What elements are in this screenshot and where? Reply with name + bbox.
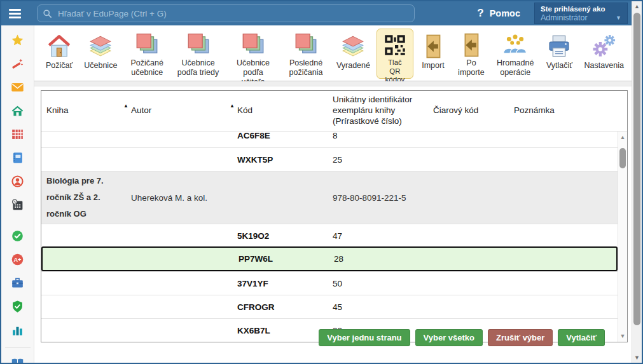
help-button[interactable]: ? Pomoc	[477, 7, 520, 20]
user-menu[interactable]: Ste prihlásený ako Administrátor ▼	[534, 3, 628, 24]
cell-c6	[509, 158, 618, 161]
hamburger-menu-icon[interactable]	[9, 6, 27, 20]
search-box[interactable]	[37, 4, 415, 22]
table-row[interactable]: PP7W6L28	[41, 246, 618, 271]
svg-text:A+: A+	[14, 257, 22, 263]
sidebar-item-timetable[interactable]	[1, 126, 34, 145]
sidebar: A+›››	[1, 25, 34, 363]
sidebar-item-notebook[interactable]	[1, 149, 34, 168]
table-scrollbar-thumb[interactable]	[619, 148, 626, 168]
vyber-jednu-stranu-button[interactable]: Vyber jednu stranu	[319, 329, 410, 346]
sidebar-item-plan-calendar[interactable]	[1, 196, 34, 215]
sort-asc-icon: ▲	[123, 103, 128, 109]
sidebar-item-messages[interactable]	[1, 79, 34, 98]
toolbar-item-label: Hromadné operácie	[496, 58, 535, 78]
cell-c1	[41, 135, 126, 137]
notebook-blue-icon	[11, 151, 24, 167]
sidebar-item-results[interactable]	[1, 321, 34, 340]
bar-chart-icon	[11, 323, 24, 339]
search-input[interactable]	[58, 9, 409, 18]
toolbar-item-pozicane-ucebnice[interactable]: Požičané učebnice	[123, 29, 170, 79]
open-book-icon	[11, 356, 24, 363]
column-header-2[interactable]: Autor▲	[126, 105, 232, 116]
cell-c3: AC6F8E	[232, 131, 328, 142]
table-row[interactable]: WXKT5P25	[41, 147, 618, 171]
toolbar-item-po-importe[interactable]: Po importe	[453, 29, 490, 79]
toolbar-item-ucebnice[interactable]: Učebnice	[79, 29, 122, 79]
sidebar-item-agenda[interactable]	[1, 274, 34, 293]
column-label: Autor	[131, 105, 151, 116]
column-header-1[interactable]: Kniha▲	[41, 105, 126, 116]
cell-c4: 25	[328, 154, 428, 166]
toolbar-item-tlac-qr-kodov[interactable]: Tlač QR kódov	[377, 29, 413, 79]
chevron-down-icon: ▼	[616, 15, 621, 21]
toolbar: PožičaťUčebnicePožičané učebniceUčebnice…	[34, 25, 632, 81]
sidebar-item-safety[interactable]	[1, 298, 34, 317]
toolbar-item-import[interactable]: Import	[415, 29, 452, 79]
column-header-5[interactable]: Čiarový kód	[428, 105, 509, 116]
page-scroll-up-icon[interactable]: ▲	[632, 3, 642, 10]
edupage-window: ? Pomoc Ste prihlásený ako Administrátor…	[0, 0, 643, 364]
table-header: Kniha▲Autor▲KódUnikátny identifikátor ex…	[41, 91, 627, 131]
table-scrollbar[interactable]: ▲ ▼	[618, 131, 627, 342]
toolbar-item-label: Tlač QR kódov	[382, 58, 408, 84]
sidebar-item-magic-wand[interactable]	[1, 55, 34, 74]
cell-c4: 45	[328, 301, 428, 313]
import-arrow-icon	[420, 32, 446, 61]
sidebar-item-library[interactable]: ›	[1, 354, 34, 363]
cell-c3: 5K19O2	[232, 230, 328, 242]
main-area: PožičaťUčebnicePožičané učebniceUčebnice…	[34, 25, 632, 363]
toolbar-item-ucebnice-podla-ucitela[interactable]: Učebnice podľa učiteľa	[226, 29, 280, 79]
toolbar-item-posledne-pozicania[interactable]: Posledné požičania	[282, 29, 330, 79]
table-row[interactable]: CFROGR45	[41, 295, 618, 318]
vytlacit-button[interactable]: Vytlačiť	[558, 329, 605, 346]
toolbar-item-pozicat[interactable]: Požičať	[41, 29, 78, 79]
cell-c6	[510, 258, 616, 260]
user-role: Administrátor	[541, 13, 588, 22]
toolbar-item-vyradene[interactable]: Vyradené	[331, 29, 375, 79]
cell-c2	[126, 135, 232, 137]
toolbar-item-label: Požičať	[46, 61, 73, 71]
table-row[interactable]: AC6F8E8	[41, 131, 618, 147]
layers-icon	[340, 32, 366, 61]
cell-c3: 37V1YF	[232, 278, 328, 290]
cell-c3: WXKT5P	[232, 154, 328, 166]
toolbar-item-nastavenia[interactable]: Nastavenia	[579, 29, 629, 79]
page-scroll-down-icon[interactable]: ▼	[632, 354, 642, 361]
briefcase-blue-icon	[11, 276, 24, 292]
table-row[interactable]: 5K19O247	[41, 224, 618, 247]
cell-c1: Biológia pre 7. ročník ZŠ a 2. ročník OG	[41, 172, 126, 224]
cell-c5	[428, 158, 509, 161]
toolbar-item-label: Učebnice	[84, 61, 117, 71]
toolbar-item-ucebnice-podla-triedy[interactable]: Učebnice podľa triedy	[172, 29, 225, 79]
squares-icon	[134, 32, 160, 58]
vyber-vsetko-button[interactable]: Vyber všetko	[415, 329, 483, 346]
wand-icon	[11, 57, 24, 73]
zrusit-vyber-button[interactable]: Zrušiť výber	[488, 329, 553, 346]
column-header-4[interactable]: Unikátny identifikátor exempláru knihy (…	[328, 95, 428, 127]
house-green-icon	[11, 104, 24, 120]
help-label: Pomoc	[490, 8, 520, 18]
sidebar-item-profile[interactable]	[1, 173, 34, 192]
toolbar-item-vytlacit[interactable]: Vytlačiť	[541, 29, 577, 79]
column-header-6[interactable]: Poznámka	[509, 105, 627, 116]
sidebar-item-home[interactable]	[1, 102, 34, 121]
scroll-up-icon[interactable]: ▲	[618, 134, 627, 140]
sidebar-item-favorites[interactable]	[1, 32, 34, 51]
cell-c2	[126, 306, 232, 308]
table-row[interactable]: Biológia pre 7. ročník ZŠ a 2. ročník OG…	[41, 171, 618, 224]
printer-icon	[546, 32, 572, 61]
cell-c4: 978-80-8091-221-5	[328, 192, 428, 204]
column-header-3[interactable]: Kód	[232, 105, 328, 116]
table-row[interactable]: 37V1YF50	[41, 271, 618, 295]
cell-c1	[41, 306, 126, 308]
page-scrollbar-thumb[interactable]	[633, 13, 640, 325]
page-scrollbar[interactable]: ▲ ▼	[632, 1, 642, 363]
toolbar-item-label: Učebnice podľa triedy	[177, 58, 219, 78]
sidebar-item-grades[interactable]: A+	[1, 251, 34, 270]
cell-c1	[43, 258, 127, 260]
sidebar-item-attendance[interactable]	[1, 227, 34, 246]
scroll-down-icon[interactable]: ▼	[618, 333, 627, 339]
toolbar-item-hromadne-operacie[interactable]: Hromadné operácie	[491, 29, 540, 79]
books-table: Kniha▲Autor▲KódUnikátny identifikátor ex…	[41, 90, 628, 342]
